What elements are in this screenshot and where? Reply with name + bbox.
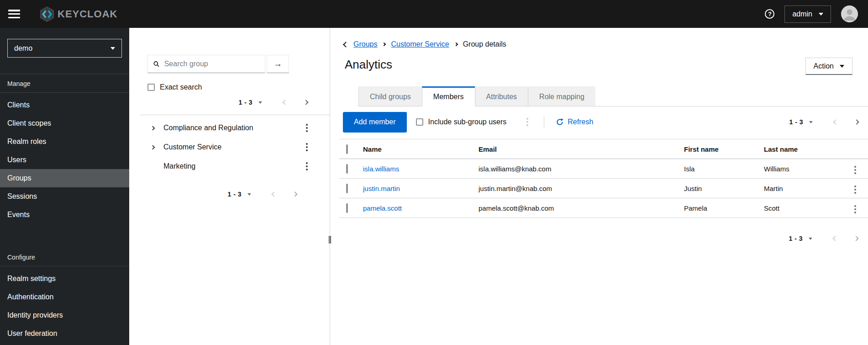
tab-attributes[interactable]: Attributes [475,86,528,106]
select-all-checkbox[interactable] [346,144,348,154]
sidebar-item-user-federation[interactable]: User federation [0,324,129,343]
member-email: pamela.scott@knab.com [479,198,684,218]
sidebar-item-clients[interactable]: Clients [0,96,129,114]
pagination-range: 1 - 3 [789,235,803,242]
tab-child-groups[interactable]: Child groups [358,86,422,106]
sidebar-item-sessions[interactable]: Sessions [0,187,129,206]
expand-toggle[interactable] [151,127,158,130]
sidebar-item-realm-roles[interactable]: Realm roles [0,133,129,151]
chevron-right-icon[interactable] [853,236,858,241]
keycloak-logo: KEYCLOAK [37,5,117,23]
avatar[interactable] [841,5,858,22]
sidebar-item-identity-providers[interactable]: Identity providers [0,306,129,324]
user-menu-label: admin [792,10,812,18]
include-subgroups-checkbox[interactable] [416,118,423,126]
tab-role-mapping[interactable]: Role mapping [528,86,595,106]
tree-item-compliance-and-regulation[interactable]: Compliance and Regulation [129,118,330,138]
arrow-right-icon: → [274,59,282,69]
sidebar-item-users[interactable]: Users [0,151,129,169]
member-email: isla.williams@knab.com [479,159,684,179]
chevron-right-icon[interactable] [854,119,859,124]
chevron-left-icon[interactable] [832,236,837,241]
refresh-button[interactable]: Refresh [556,118,593,126]
tree-item-marketing[interactable]: Marketing [129,157,330,176]
caret-down-icon[interactable] [809,238,812,240]
groups-tree-panel: → Exact search 1 - 3 Compliance and Regu… [129,28,330,345]
exact-search-checkbox[interactable] [147,84,155,91]
divider [544,116,544,128]
tabs: Child groups Members Attributes Role map… [358,86,868,106]
caret-down-icon [840,65,844,68]
hamburger-icon[interactable] [8,10,20,18]
table-header-row: Name Email First name Last name [339,139,868,159]
row-checkbox[interactable] [346,184,348,193]
title-row: Analytics Action [339,58,868,75]
sidebar-item-realm-settings[interactable]: Realm settings [0,270,129,288]
member-first-name: Pamela [684,198,764,218]
group-search-input[interactable] [163,59,260,69]
action-dropdown-button[interactable]: Action [805,58,852,75]
member-last-name: Williams [764,159,842,179]
member-name-link[interactable]: justin.martin [363,185,400,192]
expand-toggle[interactable] [151,146,158,149]
tree-item-customer-service[interactable]: Customer Service [129,138,330,157]
keycloak-admin-console: KEYCLOAK ? admin demo [0,0,868,345]
keycloak-hexagon-icon [37,5,57,23]
kebab-menu-icon[interactable] [525,116,530,128]
caret-down-icon[interactable] [247,193,251,196]
sidebar: demo Manage Clients Client scopes Realm … [0,28,129,345]
table-row: pamela.scott pamela.scott@knab.com Pamel… [339,198,868,218]
sidebar-item-groups[interactable]: Groups [0,169,129,187]
nav-section-label: Configure [0,248,129,266]
column-header-first-name: First name [684,139,764,159]
kebab-menu-icon[interactable] [852,164,858,176]
tab-members[interactable]: Members [422,86,475,106]
user-menu-dropdown[interactable]: admin [784,5,831,23]
chevron-left-icon[interactable] [833,119,838,124]
nav-section-label: Manage [0,74,129,93]
kebab-menu-icon[interactable] [304,160,310,172]
breadcrumb-link-groups[interactable]: Groups [353,40,377,48]
member-name-link[interactable]: isla.williams [363,165,399,173]
back-chevron-icon[interactable] [343,42,349,48]
kebab-menu-icon[interactable] [852,203,858,215]
row-checkbox[interactable] [346,203,348,213]
realm-selector[interactable]: demo [7,39,122,58]
help-icon[interactable]: ? [765,9,774,19]
chevron-left-icon[interactable] [282,100,287,105]
members-pagination-top: 1 - 3 [789,118,858,126]
member-last-name: Scott [764,198,842,218]
masthead: KEYCLOAK ? admin [0,0,868,28]
refresh-icon [556,118,563,126]
chevron-right-icon[interactable] [303,100,308,105]
sidebar-item-authentication[interactable]: Authentication [0,288,129,306]
chevron-left-icon[interactable] [271,191,276,196]
member-last-name: Martin [764,179,842,198]
nav-section-manage: Manage Clients Client scopes Realm roles… [0,74,129,224]
members-pagination-bottom: 1 - 3 [339,235,868,242]
group-search-box [147,55,265,73]
column-header-email: Email [479,139,684,159]
caret-down-icon[interactable] [809,121,813,123]
include-subgroups-row: Include sub-group users [416,118,507,126]
chevron-right-icon[interactable] [292,191,297,196]
member-name-link[interactable]: pamela.scott [363,204,402,212]
panel-resize-handle[interactable] [326,234,333,245]
caret-down-icon[interactable] [258,101,262,104]
exact-search-row: Exact search [147,83,330,91]
kebab-menu-icon[interactable] [304,122,310,134]
page-title: Analytics [345,58,392,72]
sidebar-item-client-scopes[interactable]: Client scopes [0,114,129,133]
kebab-menu-icon[interactable] [304,141,310,153]
grip-icon [329,236,331,244]
groups-tree: Compliance and Regulation Customer Servi… [129,118,330,176]
add-member-button[interactable]: Add member [343,112,407,133]
pagination-range: 1 - 3 [238,99,253,106]
member-first-name: Justin [684,179,764,198]
kebab-menu-icon[interactable] [852,184,858,196]
row-checkbox[interactable] [346,164,348,174]
search-submit-button[interactable]: → [267,55,289,73]
sidebar-item-events[interactable]: Events [0,206,129,224]
table-row: justin.martin justin.martin@knab.com Jus… [339,179,868,198]
breadcrumb-link-customer-service[interactable]: Customer Service [391,40,449,48]
